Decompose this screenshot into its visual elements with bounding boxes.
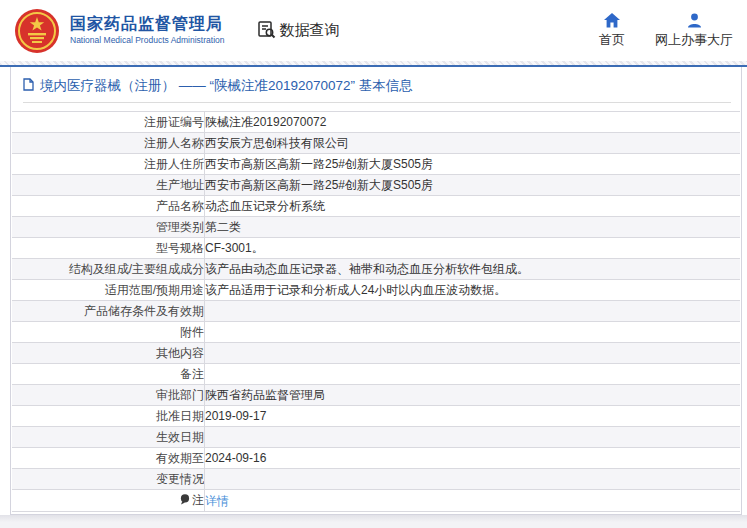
table-row: 有效期至2024-09-16 [12, 448, 740, 469]
site-header: 国家药品监督管理局 National Medical Products Admi… [0, 0, 747, 61]
field-label: 附件 [12, 322, 205, 343]
table-row: 生效日期 [12, 427, 740, 448]
field-value: 2024-09-16 [205, 448, 741, 469]
table-row: 附件 [12, 322, 740, 343]
table-row: 型号规格CF-3001。 [12, 238, 740, 259]
brand-title: 国家药品监督管理局 [70, 16, 225, 32]
table-row: 备注 [12, 364, 740, 385]
field-value: 动态血压记录分析系统 [205, 196, 741, 217]
table-row: 批准日期2019-09-17 [12, 406, 740, 427]
footer-band [0, 515, 747, 528]
field-label: 生产地址 [12, 175, 205, 196]
user-icon [687, 13, 702, 28]
field-value: 陕西省药品监督管理局 [205, 385, 741, 406]
nav-item-home[interactable]: 首页 [599, 13, 625, 49]
field-value [205, 301, 741, 322]
field-value [205, 322, 741, 343]
breadcrumb-separator [23, 102, 731, 103]
field-label: 其他内容 [12, 343, 205, 364]
table-row: 注册人名称西安辰方思创科技有限公司 [12, 133, 740, 154]
table-row: 注册人住所西安市高新区高新一路25#创新大厦S505房 [12, 154, 740, 175]
field-label: 结构及组成/主要组成成分 [12, 259, 205, 280]
registration-info-table: 注册证编号陕械注准20192070072注册人名称西安辰方思创科技有限公司注册人… [12, 111, 740, 512]
field-label: 变更情况 [12, 469, 205, 490]
field-label: 有效期至 [12, 448, 205, 469]
field-value: 该产品由动态血压记录器、袖带和动态血压分析软件包组成。 [205, 259, 741, 280]
detail-link[interactable]: 详情 [205, 494, 229, 508]
field-label: 注册证编号 [12, 112, 205, 133]
table-row: 变更情况 [12, 469, 740, 490]
breadcrumb: 境内医疗器械（注册） —— “陕械注准20192070072” 基本信息 [11, 67, 741, 102]
field-label: 注册人住所 [12, 154, 205, 175]
field-label: 管理类别 [12, 217, 205, 238]
brand-subtitle: National Medical Products Administration [70, 36, 225, 45]
field-label: 产品储存条件及有效期 [12, 301, 205, 322]
field-label: 产品名称 [12, 196, 205, 217]
table-row: 产品储存条件及有效期 [12, 301, 740, 322]
field-value: 西安辰方思创科技有限公司 [205, 133, 741, 154]
field-value: 该产品适用于记录和分析成人24小时以内血压波动数据。 [205, 280, 741, 301]
table-row: 生产地址西安市高新区高新一路25#创新大厦S505房 [12, 175, 740, 196]
field-value [205, 427, 741, 448]
field-value [205, 364, 741, 385]
table-row: 管理类别第二类 [12, 217, 740, 238]
field-label: 型号规格 [12, 238, 205, 259]
content-panel: 境内医疗器械（注册） —— “陕械注准20192070072” 基本信息 注册证… [10, 67, 742, 515]
field-value: 陕械注准20192070072 [205, 112, 741, 133]
data-query-label: 数据查询 [280, 21, 340, 40]
national-emblem-logo [14, 8, 60, 54]
field-value: 西安市高新区高新一路25#创新大厦S505房 [205, 154, 741, 175]
table-row: 适用范围/预期用途该产品适用于记录和分析成人24小时以内血压波动数据。 [12, 280, 740, 301]
field-label: 备注 [12, 364, 205, 385]
field-value [205, 469, 741, 490]
field-value: 2019-09-17 [205, 406, 741, 427]
table-row: 其他内容 [12, 343, 740, 364]
brand-block: 国家药品监督管理局 National Medical Products Admi… [70, 16, 225, 45]
field-label: 注册人名称 [12, 133, 205, 154]
field-label: 适用范围/预期用途 [12, 280, 205, 301]
field-value: CF-3001。 [205, 238, 741, 259]
document-search-icon [257, 20, 276, 42]
field-label: 审批部门 [12, 385, 205, 406]
document-icon [23, 78, 34, 94]
field-value [205, 343, 741, 364]
breadcrumb-text: 境内医疗器械（注册） —— “陕械注准20192070072” 基本信息 [40, 77, 413, 95]
field-label: 注 [12, 490, 205, 512]
table-row: 注详情 [12, 490, 740, 512]
field-value: 第二类 [205, 217, 741, 238]
field-value: 西安市高新区高新一路25#创新大厦S505房 [205, 175, 741, 196]
nav-service-hall-label: 网上办事大厅 [655, 31, 733, 49]
data-query-menu[interactable]: 数据查询 [257, 20, 340, 42]
registration-table-body: 注册证编号陕械注准20192070072注册人名称西安辰方思创科技有限公司注册人… [12, 112, 740, 512]
table-row: 产品名称动态血压记录分析系统 [12, 196, 740, 217]
field-value: 详情 [205, 490, 741, 512]
home-icon [604, 13, 620, 28]
table-row: 注册证编号陕械注准20192070072 [12, 112, 740, 133]
field-label: 生效日期 [12, 427, 205, 448]
speech-balloon-icon [180, 491, 190, 511]
table-row: 审批部门陕西省药品监督管理局 [12, 385, 740, 406]
nav-item-service-hall[interactable]: 网上办事大厅 [655, 13, 733, 49]
nav-home-label: 首页 [599, 31, 625, 49]
table-row: 结构及组成/主要组成成分该产品由动态血压记录器、袖带和动态血压分析软件包组成。 [12, 259, 740, 280]
field-label: 批准日期 [12, 406, 205, 427]
top-nav: 首页 网上办事大厅 [599, 13, 741, 49]
